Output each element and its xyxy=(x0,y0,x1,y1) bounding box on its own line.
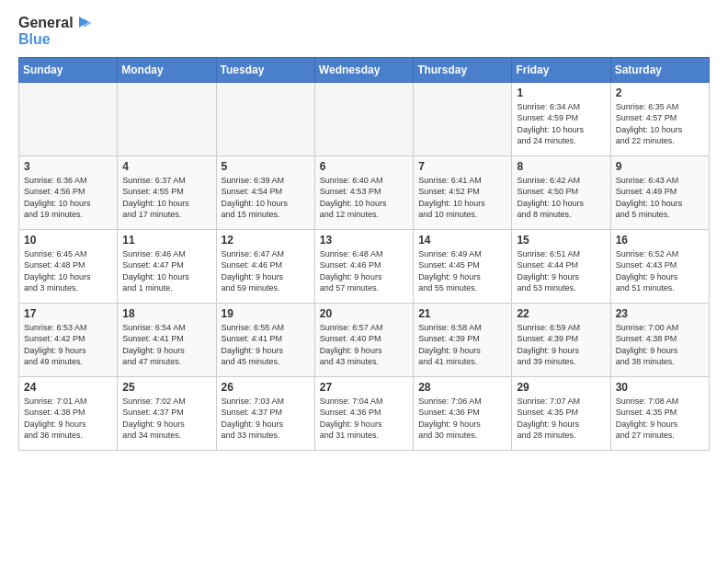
week-row-2: 10Sunrise: 6:45 AM Sunset: 4:48 PM Dayli… xyxy=(19,229,710,303)
day-number: 13 xyxy=(320,234,409,247)
day-info: Sunrise: 7:06 AM Sunset: 4:36 PM Dayligh… xyxy=(418,396,507,442)
calendar-cell: 2Sunrise: 6:35 AM Sunset: 4:57 PM Daylig… xyxy=(610,82,709,155)
day-number: 4 xyxy=(122,160,211,173)
logo-general: General xyxy=(18,15,74,31)
day-number: 3 xyxy=(24,160,113,173)
day-number: 7 xyxy=(418,160,507,173)
calendar-cell: 15Sunrise: 6:51 AM Sunset: 4:44 PM Dayli… xyxy=(512,229,610,303)
calendar-cell: 25Sunrise: 7:02 AM Sunset: 4:37 PM Dayli… xyxy=(118,376,216,450)
calendar-cell: 28Sunrise: 7:06 AM Sunset: 4:36 PM Dayli… xyxy=(414,376,512,450)
day-info: Sunrise: 6:40 AM Sunset: 4:53 PM Dayligh… xyxy=(320,175,409,221)
day-number: 10 xyxy=(24,234,113,247)
calendar-cell: 18Sunrise: 6:54 AM Sunset: 4:41 PM Dayli… xyxy=(118,303,216,376)
calendar-table: SundayMondayTuesdayWednesdayThursdayFrid… xyxy=(18,57,710,451)
day-info: Sunrise: 7:03 AM Sunset: 4:37 PM Dayligh… xyxy=(222,396,311,442)
day-number: 28 xyxy=(418,381,507,394)
day-info: Sunrise: 6:53 AM Sunset: 4:42 PM Dayligh… xyxy=(24,322,113,368)
header-thursday: Thursday xyxy=(414,57,512,82)
logo: General Blue xyxy=(18,15,92,48)
day-info: Sunrise: 6:58 AM Sunset: 4:39 PM Dayligh… xyxy=(418,322,507,368)
day-number: 17 xyxy=(24,307,113,320)
calendar-cell: 14Sunrise: 6:49 AM Sunset: 4:45 PM Dayli… xyxy=(414,229,512,303)
calendar-cell xyxy=(414,82,512,155)
day-number: 22 xyxy=(517,307,606,320)
svg-marker-1 xyxy=(84,18,92,28)
day-number: 21 xyxy=(418,307,507,320)
day-number: 16 xyxy=(616,234,705,247)
calendar-cell: 19Sunrise: 6:55 AM Sunset: 4:41 PM Dayli… xyxy=(216,303,314,376)
day-info: Sunrise: 6:35 AM Sunset: 4:57 PM Dayligh… xyxy=(616,101,705,147)
calendar-cell: 7Sunrise: 6:41 AM Sunset: 4:52 PM Daylig… xyxy=(414,155,512,229)
day-info: Sunrise: 7:01 AM Sunset: 4:38 PM Dayligh… xyxy=(24,396,113,442)
day-number: 18 xyxy=(122,307,211,320)
calendar-cell: 6Sunrise: 6:40 AM Sunset: 4:53 PM Daylig… xyxy=(314,155,413,229)
calendar-cell: 5Sunrise: 6:39 AM Sunset: 4:54 PM Daylig… xyxy=(216,155,314,229)
calendar-cell: 22Sunrise: 6:59 AM Sunset: 4:39 PM Dayli… xyxy=(512,303,610,376)
calendar-cell: 12Sunrise: 6:47 AM Sunset: 4:46 PM Dayli… xyxy=(216,229,314,303)
day-number: 20 xyxy=(320,307,409,320)
header-friday: Friday xyxy=(512,57,610,82)
calendar-cell: 30Sunrise: 7:08 AM Sunset: 4:35 PM Dayli… xyxy=(610,376,709,450)
day-info: Sunrise: 7:00 AM Sunset: 4:38 PM Dayligh… xyxy=(616,322,705,368)
header-monday: Monday xyxy=(118,57,216,82)
calendar-cell xyxy=(314,82,413,155)
calendar-cell: 10Sunrise: 6:45 AM Sunset: 4:48 PM Dayli… xyxy=(19,229,118,303)
day-info: Sunrise: 6:41 AM Sunset: 4:52 PM Dayligh… xyxy=(418,175,507,221)
day-info: Sunrise: 7:08 AM Sunset: 4:35 PM Dayligh… xyxy=(616,396,705,442)
day-number: 11 xyxy=(122,234,211,247)
day-info: Sunrise: 6:36 AM Sunset: 4:56 PM Dayligh… xyxy=(24,175,113,221)
day-number: 30 xyxy=(616,381,705,394)
day-info: Sunrise: 6:47 AM Sunset: 4:46 PM Dayligh… xyxy=(222,248,311,294)
day-info: Sunrise: 6:57 AM Sunset: 4:40 PM Dayligh… xyxy=(320,322,409,368)
calendar-cell: 20Sunrise: 6:57 AM Sunset: 4:40 PM Dayli… xyxy=(314,303,413,376)
header-wednesday: Wednesday xyxy=(314,57,413,82)
day-number: 5 xyxy=(222,160,311,173)
day-number: 27 xyxy=(320,381,409,394)
day-number: 23 xyxy=(616,307,705,320)
day-info: Sunrise: 6:54 AM Sunset: 4:41 PM Dayligh… xyxy=(122,322,211,368)
header-tuesday: Tuesday xyxy=(216,57,314,82)
day-info: Sunrise: 6:45 AM Sunset: 4:48 PM Dayligh… xyxy=(24,248,113,294)
page: General Blue SundayMondayTuesdayWednesda… xyxy=(0,0,728,563)
day-number: 19 xyxy=(222,307,311,320)
calendar-cell: 23Sunrise: 7:00 AM Sunset: 4:38 PM Dayli… xyxy=(610,303,709,376)
week-row-3: 17Sunrise: 6:53 AM Sunset: 4:42 PM Dayli… xyxy=(19,303,710,376)
calendar-cell: 27Sunrise: 7:04 AM Sunset: 4:36 PM Dayli… xyxy=(314,376,413,450)
calendar-cell: 11Sunrise: 6:46 AM Sunset: 4:47 PM Dayli… xyxy=(118,229,216,303)
calendar-cell: 26Sunrise: 7:03 AM Sunset: 4:37 PM Dayli… xyxy=(216,376,314,450)
calendar-cell xyxy=(19,82,118,155)
day-number: 14 xyxy=(418,234,507,247)
week-row-0: 1Sunrise: 6:34 AM Sunset: 4:59 PM Daylig… xyxy=(19,82,710,155)
day-number: 25 xyxy=(122,381,211,394)
calendar-cell: 8Sunrise: 6:42 AM Sunset: 4:50 PM Daylig… xyxy=(512,155,610,229)
calendar-cell xyxy=(118,82,216,155)
day-info: Sunrise: 6:34 AM Sunset: 4:59 PM Dayligh… xyxy=(517,101,606,147)
day-info: Sunrise: 7:07 AM Sunset: 4:35 PM Dayligh… xyxy=(517,396,606,442)
calendar-cell xyxy=(216,82,314,155)
day-info: Sunrise: 6:37 AM Sunset: 4:55 PM Dayligh… xyxy=(122,175,211,221)
week-row-4: 24Sunrise: 7:01 AM Sunset: 4:38 PM Dayli… xyxy=(19,376,710,450)
day-number: 2 xyxy=(616,86,705,99)
day-info: Sunrise: 6:49 AM Sunset: 4:45 PM Dayligh… xyxy=(418,248,507,294)
header-row-days: SundayMondayTuesdayWednesdayThursdayFrid… xyxy=(19,57,710,82)
day-number: 26 xyxy=(222,381,311,394)
day-info: Sunrise: 6:59 AM Sunset: 4:39 PM Dayligh… xyxy=(517,322,606,368)
day-number: 24 xyxy=(24,381,113,394)
day-info: Sunrise: 7:02 AM Sunset: 4:37 PM Dayligh… xyxy=(122,396,211,442)
day-info: Sunrise: 6:52 AM Sunset: 4:43 PM Dayligh… xyxy=(616,248,705,294)
calendar-cell: 3Sunrise: 6:36 AM Sunset: 4:56 PM Daylig… xyxy=(19,155,118,229)
day-info: Sunrise: 6:51 AM Sunset: 4:44 PM Dayligh… xyxy=(517,248,606,294)
calendar-cell: 13Sunrise: 6:48 AM Sunset: 4:46 PM Dayli… xyxy=(314,229,413,303)
day-number: 6 xyxy=(320,160,409,173)
day-info: Sunrise: 6:42 AM Sunset: 4:50 PM Dayligh… xyxy=(517,175,606,221)
calendar-cell: 9Sunrise: 6:43 AM Sunset: 4:49 PM Daylig… xyxy=(610,155,709,229)
calendar-cell: 24Sunrise: 7:01 AM Sunset: 4:38 PM Dayli… xyxy=(19,376,118,450)
day-number: 8 xyxy=(517,160,606,173)
calendar-cell: 16Sunrise: 6:52 AM Sunset: 4:43 PM Dayli… xyxy=(610,229,709,303)
day-info: Sunrise: 7:04 AM Sunset: 4:36 PM Dayligh… xyxy=(320,396,409,442)
day-info: Sunrise: 6:43 AM Sunset: 4:49 PM Dayligh… xyxy=(616,175,705,221)
day-number: 15 xyxy=(517,234,606,247)
day-number: 29 xyxy=(517,381,606,394)
day-info: Sunrise: 6:46 AM Sunset: 4:47 PM Dayligh… xyxy=(122,248,211,294)
week-row-1: 3Sunrise: 6:36 AM Sunset: 4:56 PM Daylig… xyxy=(19,155,710,229)
